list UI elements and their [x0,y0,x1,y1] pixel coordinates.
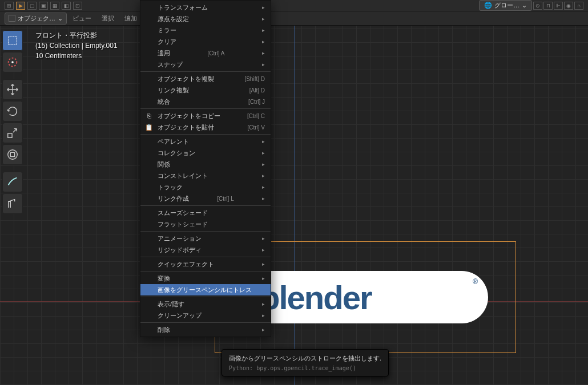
snap-increment-icon[interactable]: ⊞ [5,2,14,10]
menu-track[interactable]: トラック▸ [140,181,271,193]
proportional-icon[interactable]: ◉ [564,2,573,10]
menu-link-duplicate[interactable]: リンク複製[Alt] D [140,84,271,96]
header-bar: オブジェク… ⌄ ビュー 選択 追加 オブジェクト [0,11,588,26]
svg-rect-0 [9,37,17,45]
menu-select[interactable]: 選択 [97,13,119,25]
chevron-right-icon: ▸ [262,27,265,33]
chevron-right-icon: ▸ [262,313,265,318]
menu-shade-smooth[interactable]: スムーズシェード [140,207,271,218]
menu-constraints[interactable]: コンストレイント▸ [140,170,271,181]
menu-relations[interactable]: 関係▸ [140,159,271,170]
menu-view[interactable]: ビュー [68,13,96,25]
mode-label: オブジェク… [18,14,55,23]
chevron-right-icon: ▸ [262,16,265,22]
chevron-right-icon: ▸ [262,247,265,253]
menu-copy[interactable]: ⎘オブジェクトをコピー[Ctrl] C [140,110,271,121]
menu-set-origin[interactable]: 原点を設定▸ [140,13,271,25]
svg-point-2 [11,61,14,63]
magnet-icon[interactable]: ⊓ [543,2,553,10]
tool-transform[interactable] [2,144,23,165]
chevron-right-icon: ▸ [262,50,265,56]
menu-duplicate[interactable]: オブジェクトを複製[Shift] D [140,73,271,84]
chevron-right-icon: ▸ [262,62,265,67]
chevron-right-icon: ▸ [262,301,265,307]
tool-annotate[interactable] [2,172,23,192]
menu-snap[interactable]: スナップ▸ [140,59,271,70]
blender-logo-text: blender [260,278,372,317]
menu-make-links[interactable]: リンク作成[Ctrl] L▸ [140,193,271,204]
menu-cleanup[interactable]: クリーンアップ▸ [140,310,271,321]
orientation-label: グロー… [494,1,519,10]
object-context-menu: トランスフォーム▸ 原点を設定▸ ミラー▸ クリア▸ 適用[Ctrl] A▸ ス… [140,0,271,337]
tool-select-box[interactable] [2,30,23,51]
menu-transform[interactable]: トランスフォーム▸ [140,2,271,13]
tool-measure[interactable] [2,193,23,214]
grid-icon[interactable]: ▦ [50,2,59,10]
menu-add[interactable]: 追加 [120,13,142,25]
menu-join[interactable]: 統合[Ctrl] J [140,96,271,107]
menu-shade-flat[interactable]: フラットシェード [140,218,271,230]
scale-info: 10 Centimeters [35,51,118,61]
tool-rotate[interactable] [2,101,23,121]
play-icon[interactable]: ▶ [16,2,25,10]
menu-collection[interactable]: コレクション▸ [140,147,271,159]
chevron-right-icon: ▸ [262,275,265,281]
menu-delete[interactable]: 削除▸ [140,324,271,335]
top-toolbar: ⊞ ▶ ▢ ▣ ▦ ◧ ⊡ 🌐 グロー… ⌄ ⊙ ⊓ ⊩ ◉ ∩ [0,0,588,11]
menu-paste[interactable]: 📋オブジェクトを貼付[Ctrl] V [140,121,271,133]
menu-show-hide[interactable]: 表示/隠す▸ [140,298,271,310]
cube-icon[interactable]: ◧ [62,2,71,10]
blender-logo-pill: blender ® [243,271,488,323]
copy-icon: ⎘ [145,112,153,120]
chevron-right-icon: ▸ [262,173,265,179]
paste-icon: 📋 [145,123,153,131]
chevron-right-icon: ▸ [262,261,265,267]
curve-icon[interactable]: ∩ [574,2,583,10]
globe-icon: 🌐 [484,2,492,9]
chevron-right-icon: ▸ [262,184,265,190]
square-icon[interactable]: ▢ [27,2,37,10]
menu-parent[interactable]: ペアレント▸ [140,136,271,147]
menu-clear[interactable]: クリア▸ [140,36,271,47]
chevron-down-icon: ⌄ [58,15,63,22]
tooltip-description: 画像からグリースペンシルのストロークを抽出します. [229,354,381,363]
menu-quick-effects[interactable]: クイックエフェクト▸ [140,258,271,270]
mode-dropdown[interactable]: オブジェク… ⌄ [5,13,67,25]
tooltip-python: Python: bpy.ops.gpencil.trace_image() [229,365,381,371]
tool-move[interactable] [2,79,23,100]
chevron-right-icon: ▸ [262,139,265,144]
menu-animation[interactable]: アニメーション▸ [140,233,271,244]
pivot-icon[interactable]: ⊙ [533,2,542,10]
tooltip: 画像からグリースペンシルのストロークを抽出します. Python: bpy.op… [221,349,389,376]
view-name: フロント・平行投影 [35,30,118,40]
svg-rect-5 [10,152,14,156]
svg-rect-3 [8,133,12,137]
chevron-down-icon: ⌄ [522,2,527,9]
chevron-right-icon: ▸ [262,327,265,333]
svg-point-4 [8,150,18,160]
menu-rigid-body[interactable]: リジッドボディ▸ [140,244,271,256]
chevron-right-icon: ▸ [262,196,265,201]
tool-shelf [2,30,23,214]
dots-icon[interactable]: ⊡ [73,2,82,10]
viewport[interactable]: フロント・平行投影 (15) Collection | Empty.001 10… [0,26,588,385]
orientation-dropdown[interactable]: 🌐 グロー… ⌄ [479,0,532,11]
collection-info: (15) Collection | Empty.001 [35,40,118,51]
overlap-icon[interactable]: ▣ [39,2,48,10]
menu-convert[interactable]: 変換▸ [140,273,271,284]
menu-trace-image-to-gpencil[interactable]: 画像をグリースペンシルにトレス [140,284,271,295]
viewport-overlay-info: フロント・平行投影 (15) Collection | Empty.001 10… [35,30,118,61]
menu-mirror[interactable]: ミラー▸ [140,25,271,36]
object-mode-icon [9,15,15,22]
chevron-right-icon: ▸ [262,161,265,167]
tool-cursor[interactable] [2,52,23,72]
chevron-right-icon: ▸ [262,5,265,10]
chevron-right-icon: ▸ [262,236,265,241]
menu-apply[interactable]: 適用[Ctrl] A▸ [140,47,271,59]
axis-icon[interactable]: ⊩ [554,2,563,10]
tool-scale[interactable] [2,123,23,143]
chevron-right-icon: ▸ [262,39,265,44]
registered-mark: ® [473,278,478,286]
chevron-right-icon: ▸ [262,150,265,156]
